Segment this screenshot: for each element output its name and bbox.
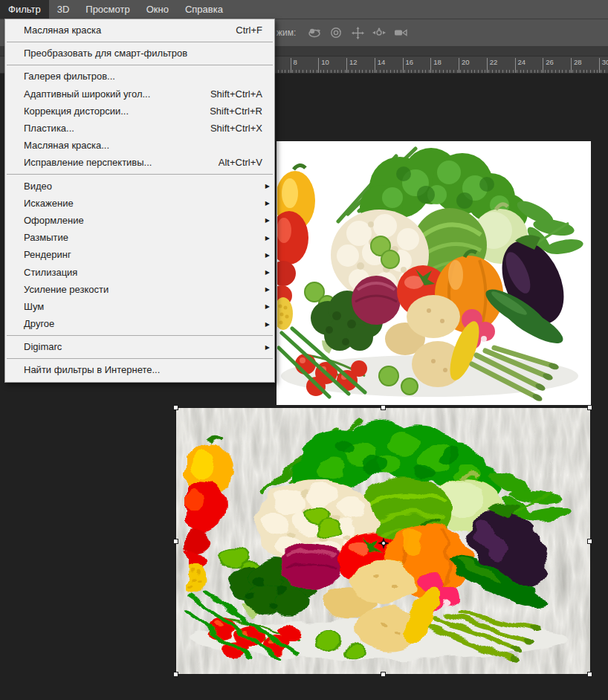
ruler-tick xyxy=(604,70,605,73)
ruler-major-tick xyxy=(543,58,543,73)
menu-item-label: Рендеринг xyxy=(24,249,262,260)
ruler-tick xyxy=(474,70,475,73)
ruler-tick xyxy=(303,70,303,73)
menu-item-label: Галерея фильтров... xyxy=(24,71,262,82)
menubar-item-3D[interactable]: 3D xyxy=(49,0,78,19)
ruler-tick xyxy=(387,70,387,73)
ruler-tick xyxy=(334,70,335,73)
ruler-number: 26 xyxy=(546,58,554,66)
submenu-arrow-icon: ▶ xyxy=(265,286,270,293)
menu-item[interactable]: Усиление резкости▶ xyxy=(5,281,274,298)
menu-item[interactable]: Другое▶ xyxy=(5,315,274,332)
ruler-tick xyxy=(292,70,293,73)
transform-handle-middle-left[interactable] xyxy=(173,539,178,544)
3d-pan-icon[interactable] xyxy=(349,25,366,40)
menubar-item-Окно[interactable]: Окно xyxy=(138,0,177,19)
transform-handle-bottom-left[interactable] xyxy=(173,672,178,677)
vegetables-oil-paint-filtered[interactable] xyxy=(176,408,590,674)
ruler-tick xyxy=(478,70,479,73)
ruler-tick xyxy=(450,70,450,73)
submenu-arrow-icon: ▶ xyxy=(265,234,270,241)
ruler-tick xyxy=(341,70,342,73)
menubar-item-Фильтр[interactable]: Фильтр xyxy=(0,0,49,19)
menu-item[interactable]: Исправление перспективы...Alt+Ctrl+V xyxy=(5,154,274,171)
menu-item[interactable]: Адаптивный широкий угол...Shift+Ctrl+A xyxy=(5,85,274,103)
ruler-number: 12 xyxy=(349,58,358,66)
menu-item-shortcut: Shift+Ctrl+A xyxy=(210,88,262,100)
ruler-tick xyxy=(572,70,573,73)
menu-item[interactable]: Масляная краскаCtrl+F xyxy=(5,22,274,39)
ruler-tick xyxy=(555,70,556,73)
ruler-tick xyxy=(513,70,514,73)
ruler-tick xyxy=(425,70,426,73)
ruler-major-tick xyxy=(487,58,488,73)
transform-handle-middle-right[interactable] xyxy=(587,539,592,544)
menubar-item-Справка[interactable]: Справка xyxy=(177,0,231,19)
menu-bar: Фильтр3DПросмотрОкноСправка xyxy=(0,0,608,19)
menu-separator xyxy=(7,174,273,175)
ruler-tick xyxy=(597,70,598,73)
menu-item[interactable]: Галерея фильтров... xyxy=(5,68,274,85)
transform-handle-bottom-right[interactable] xyxy=(587,672,592,677)
ruler-number: 24 xyxy=(518,58,526,66)
menu-item-label: Видео xyxy=(24,181,262,192)
menu-item[interactable]: Рендеринг▶ xyxy=(5,246,274,263)
3d-zoom-camera-icon[interactable] xyxy=(392,25,409,40)
mode-label: жим: xyxy=(276,27,296,38)
menu-item[interactable]: Видео▶ xyxy=(5,178,274,195)
ruler-tick xyxy=(282,70,282,73)
ruler-tick xyxy=(348,70,349,73)
ruler-tick xyxy=(404,70,405,73)
3d-slide-icon[interactable] xyxy=(371,25,387,40)
menu-item[interactable]: Масляная краска... xyxy=(5,137,274,154)
ruler-tick xyxy=(355,70,356,73)
transform-reference-point-icon[interactable] xyxy=(378,537,389,549)
menu-item[interactable]: Оформление▶ xyxy=(5,212,274,229)
menu-item[interactable]: Шум▶ xyxy=(5,298,274,315)
menu-item[interactable]: Стилизация▶ xyxy=(5,263,274,280)
3d-roll-icon[interactable] xyxy=(328,25,344,40)
menu-item[interactable]: Размытие▶ xyxy=(5,229,274,246)
transform-handle-bottom-center[interactable] xyxy=(381,672,386,677)
3d-rotate-icon[interactable] xyxy=(306,25,323,40)
ruler-number: 22 xyxy=(490,58,498,66)
ruler-tick xyxy=(552,70,552,73)
menu-item-label: Оформление xyxy=(24,215,262,226)
ruler-tick xyxy=(408,70,409,73)
ruler-tick xyxy=(583,70,584,73)
menu-item-label: Масляная краска... xyxy=(24,140,262,151)
ruler-major-tick xyxy=(318,58,319,73)
menu-item[interactable]: Digimarc▶ xyxy=(5,338,274,355)
ruler-tick xyxy=(594,70,595,73)
ruler-tick xyxy=(492,70,493,73)
menu-item[interactable]: Пластика...Shift+Ctrl+X xyxy=(5,120,274,137)
transform-handle-top-center[interactable] xyxy=(381,405,386,410)
submenu-arrow-icon: ▶ xyxy=(265,251,270,258)
ruler-major-tick xyxy=(403,58,404,73)
ruler-tick xyxy=(499,70,499,73)
transform-handle-top-left[interactable] xyxy=(173,405,178,410)
ruler-tick xyxy=(586,70,587,73)
ruler-tick xyxy=(299,70,300,73)
ruler-tick xyxy=(496,70,497,73)
transform-handle-top-right[interactable] xyxy=(587,405,592,410)
menu-item[interactable]: Найти фильтры в Интернете... xyxy=(5,361,274,378)
ruler-tick xyxy=(366,70,366,73)
menu-item[interactable]: Преобразовать для смарт-фильтров xyxy=(5,45,274,62)
ruler-tick xyxy=(531,70,531,73)
menu-item-label: Размытие xyxy=(24,232,262,243)
menubar-item-Просмотр[interactable]: Просмотр xyxy=(77,0,138,19)
ruler-tick xyxy=(590,70,591,73)
ruler-tick xyxy=(288,70,289,73)
vegetables-photo-original[interactable] xyxy=(276,141,591,405)
menu-item[interactable]: Коррекция дисторсии...Shift+Ctrl+R xyxy=(5,103,274,120)
menu-item-label: Преобразовать для смарт-фильтров xyxy=(24,48,262,59)
ruler-tick xyxy=(443,70,444,73)
ruler-tick xyxy=(278,70,279,73)
ruler-major-tick xyxy=(459,58,459,73)
ruler-major-tick xyxy=(571,58,572,73)
ruler-major-tick xyxy=(291,58,291,73)
ruler-number: 18 xyxy=(433,58,442,66)
menu-item[interactable]: Искажение▶ xyxy=(5,195,274,212)
ruler-tick xyxy=(433,70,433,73)
